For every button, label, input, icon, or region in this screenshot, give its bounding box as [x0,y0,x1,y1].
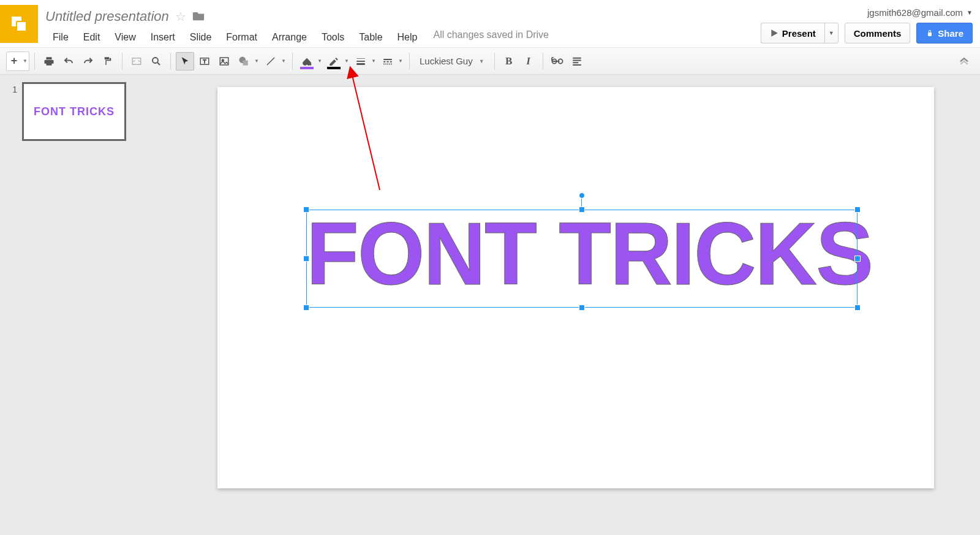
new-slide-dropdown[interactable]: ▼ [21,58,29,64]
paint-format-icon[interactable] [99,52,117,70]
menu-tools[interactable]: Tools [314,29,352,45]
resize-handle-tr[interactable] [854,207,861,213]
doc-title[interactable]: Untitled presentation [45,9,169,25]
line-dash-dropdown[interactable]: ▼ [397,58,404,64]
menu-edit[interactable]: Edit [76,29,108,45]
svg-rect-1 [17,21,26,31]
menu-slide[interactable]: Slide [183,29,219,45]
print-icon[interactable] [40,52,58,70]
present-dropdown[interactable]: ▼ [824,23,839,44]
line-dash-icon[interactable] [379,52,397,70]
svg-point-5 [153,58,158,63]
comments-button[interactable]: Comments [845,23,911,44]
svg-rect-10 [243,60,248,65]
line-weight-dropdown[interactable]: ▼ [370,58,377,64]
menu-arrange[interactable]: Arrange [265,29,314,45]
folder-icon[interactable] [192,10,205,24]
menu-insert[interactable]: Insert [143,29,183,45]
fill-color-dropdown[interactable]: ▼ [316,58,323,64]
fit-icon[interactable] [127,52,146,70]
user-account[interactable]: jgsmith628@gmail.com ▼ [867,7,973,18]
fill-color-icon[interactable] [298,52,316,70]
share-button[interactable]: Share [916,23,973,44]
svg-rect-3 [928,32,932,36]
chevron-down-icon: ▼ [479,58,484,64]
resize-handle-mr[interactable] [854,256,861,262]
star-icon[interactable]: ☆ [175,9,186,24]
line-weight-icon[interactable] [352,52,370,70]
slide-panel: 1 FONT TRICKS [0,75,172,535]
resize-handle-tm[interactable] [579,207,585,213]
slide-thumbnail[interactable]: FONT TRICKS [22,82,126,141]
font-selector[interactable]: Luckiest Guy ▼ [415,52,489,70]
menu-format[interactable]: Format [219,29,265,45]
new-slide-button[interactable]: + [7,52,21,70]
line-tool-icon[interactable] [262,52,280,70]
svg-rect-7 [220,58,228,65]
line-dropdown[interactable]: ▼ [280,58,287,64]
present-button[interactable]: Present [761,23,824,44]
fill-color-swatch [300,67,314,69]
thumb-text: FONT TRICKS [34,105,115,118]
bold-icon[interactable]: B [500,52,518,70]
align-icon[interactable] [568,52,586,70]
save-status: All changes saved in Drive [433,29,549,45]
slide-number: 1 [7,82,17,141]
shape-dropdown[interactable]: ▼ [253,58,260,64]
shape-tool-icon[interactable] [235,52,253,70]
image-tool-icon[interactable] [215,52,233,70]
menubar: File Edit View Insert Slide Format Arran… [45,29,761,45]
selection-border [306,210,858,308]
svg-marker-2 [771,29,778,37]
line-color-icon[interactable] [325,52,343,70]
line-color-swatch [327,67,341,69]
line-color-dropdown[interactable]: ▼ [343,58,350,64]
link-icon[interactable] [548,52,567,70]
redo-icon[interactable] [79,52,97,70]
rotate-handle[interactable] [579,192,585,199]
menu-view[interactable]: View [107,29,143,45]
slides-logo[interactable] [0,5,38,43]
select-tool-icon[interactable] [176,52,194,70]
resize-handle-br[interactable] [854,305,861,311]
chevron-down-icon: ▼ [829,30,834,36]
resize-handle-bm[interactable] [579,305,585,311]
zoom-icon[interactable] [147,52,165,70]
resize-handle-bl[interactable] [303,305,309,311]
selected-textbox[interactable]: FONT TRICKS [306,210,858,308]
toolbar: + ▼ ▼ ▼ ▼ ▼ ▼ ▼ [0,48,980,75]
resize-handle-ml[interactable] [303,256,309,262]
menu-table[interactable]: Table [352,29,390,45]
textbox-tool-icon[interactable] [195,52,214,70]
italic-icon[interactable]: I [519,52,538,70]
undo-icon[interactable] [59,52,78,70]
resize-handle-tl[interactable] [303,207,309,213]
menu-help[interactable]: Help [390,29,425,45]
app-header: Untitled presentation ☆ File Edit View I… [0,0,980,48]
menu-file[interactable]: File [45,29,76,45]
canvas-area[interactable]: FONT TRICKS [172,75,980,535]
collapse-toolbar-icon[interactable] [954,56,974,67]
slide-canvas[interactable]: FONT TRICKS [217,87,934,488]
chevron-down-icon: ▼ [967,9,973,16]
